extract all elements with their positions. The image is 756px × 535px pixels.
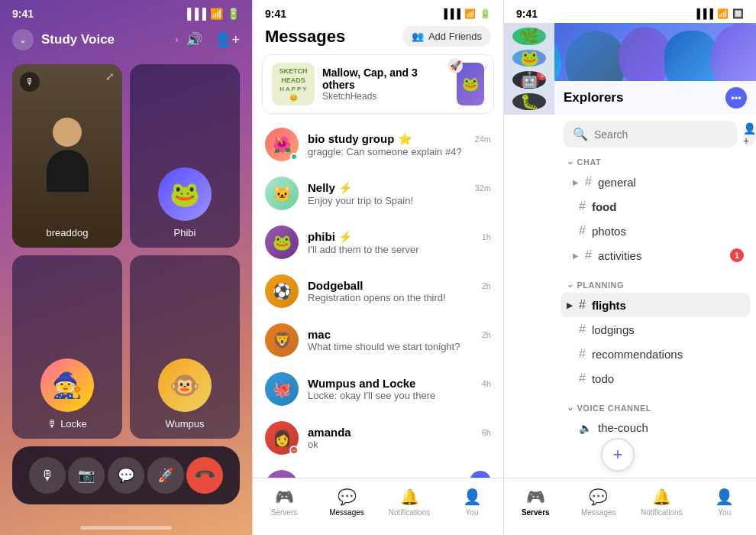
featured-sub: SketchHeads xyxy=(322,91,449,102)
channel-flights[interactable]: ▶ # flights xyxy=(561,293,750,317)
home-indicator xyxy=(0,520,252,535)
search-input[interactable] xyxy=(594,128,728,141)
msg-item-phibi[interactable]: 🐸 phibi ⚡ 1h I'll add them to the server xyxy=(253,218,503,267)
block-icon: − xyxy=(292,448,296,453)
wumpus-action-button[interactable]: 👤+ xyxy=(470,471,491,478)
srv-nav-servers[interactable]: 🎮 Servers xyxy=(504,485,567,520)
phone-icon: 📞 xyxy=(193,463,217,487)
planning-section-header: ⌄ PLANNING xyxy=(554,274,756,293)
worm-emoji: 🐛 xyxy=(520,93,539,111)
channel-name-food: food xyxy=(592,200,616,213)
camera-button[interactable]: 📷 xyxy=(68,457,105,494)
nav-you[interactable]: 👤 You xyxy=(441,485,503,520)
conversation-name: Dodgeball xyxy=(308,279,363,292)
nav-servers[interactable]: 🎮 Servers xyxy=(253,485,315,520)
phibi-avatar: 🐸 xyxy=(265,225,299,259)
msg-status-icons: ▐▐▐ 📶 🔋 xyxy=(441,8,491,19)
msg-item-mac[interactable]: 🦁 mac 2h What time should we start tonig… xyxy=(253,316,503,365)
messages-panel: 9:41 ▐▐▐ 📶 🔋 Messages 👥 Add Friends SKET… xyxy=(252,0,504,535)
msg-time-mac: 2h xyxy=(482,330,491,339)
planning-collapse-icon[interactable]: ⌄ xyxy=(567,280,574,290)
channel-activities[interactable]: ▶ # activities 1 xyxy=(554,243,756,268)
mute-indicator: 🎙 xyxy=(20,72,40,92)
msg-time-nelly: 32m xyxy=(475,183,491,193)
amanda-info: amanda 6h ok xyxy=(308,426,491,450)
voice-status-bar: 9:41 ▐▐▐ 📶 🔋 xyxy=(0,0,252,23)
speaker-icon[interactable]: 🔊 xyxy=(186,31,202,48)
add-user-icon[interactable]: 👤+ xyxy=(215,31,240,48)
rocket-badge: 🚀 xyxy=(447,58,463,73)
srv-nav-notifications[interactable]: 🔔 Notifications xyxy=(630,485,693,520)
server-icon-blue[interactable]: 🐸 xyxy=(512,50,546,67)
end-call-button[interactable]: 📞 xyxy=(186,457,223,494)
name-row: Wumpus and Locke 4h xyxy=(308,377,491,390)
expand-icon: ▶ xyxy=(573,251,579,260)
wumpus-locke-info: Wumpus and Locke 4h Locke: okay I'll see… xyxy=(308,377,491,401)
msg-item-wumpus[interactable]: 🐵 Wumpus 👤+ let's play on saturday! xyxy=(253,462,503,478)
featured-conversation[interactable]: SKETCH HEADS H A P P Y 😊 Mallow, Cap, an… xyxy=(262,54,494,114)
featured-avatar: SKETCH HEADS H A P P Y 😊 xyxy=(272,63,315,105)
server-panel: 9:41 ▐▐▐ 📶 🔲 🌿 🐸 1🤖 🐛 xyxy=(504,0,756,535)
server-banner: 🌿 🐸 1🤖 🐛 Explorers ••• xyxy=(504,23,756,115)
nelly-info: Nelly ⚡ 32m Enjoy your trip to Spain! xyxy=(308,181,491,206)
participant-name-locke: 🎙 Locke xyxy=(47,418,87,430)
channel-name-photos: photos xyxy=(592,225,626,238)
person-plus-icon: 👤+ xyxy=(743,122,756,147)
messages-label: Messages xyxy=(329,508,364,517)
mute-button[interactable]: 🎙 xyxy=(29,457,66,494)
msg-item-nelly[interactable]: 🐱 Nelly ⚡ 32m Enjoy your trip to Spain! xyxy=(253,169,503,218)
msg-item-wumpus-locke[interactable]: 🐙 Wumpus and Locke 4h Locke: okay I'll s… xyxy=(253,365,503,413)
green-server-emoji: 🌿 xyxy=(520,28,539,45)
planning-section-label: PLANNING xyxy=(577,280,624,290)
nav-notifications[interactable]: 🔔 Notifications xyxy=(378,485,441,520)
servers-label: Servers xyxy=(271,508,297,517)
notifications-icon: 🔔 xyxy=(652,488,671,506)
name-row: Wumpus 👤+ xyxy=(308,471,491,478)
add-friends-button[interactable]: 👥 Add Friends xyxy=(402,26,491,47)
voice-time: 9:41 xyxy=(12,8,34,20)
srv-status-icons: ▐▐▐ 📶 🔲 xyxy=(693,8,744,19)
channel-food[interactable]: # food xyxy=(554,194,756,219)
add-channel-button[interactable]: + xyxy=(601,438,635,472)
channel-photos[interactable]: # photos xyxy=(554,219,756,243)
signal-icon: ▐▐▐ xyxy=(183,8,206,20)
add-friend-button[interactable]: 👤+ xyxy=(743,123,756,146)
chat-button[interactable]: 💬 xyxy=(108,457,144,494)
mac-avatar: 🦁 xyxy=(265,323,299,357)
msg-item-bio-study[interactable]: 🌺 bio study group ⭐ 24m graggle: Can som… xyxy=(253,120,503,169)
nav-messages[interactable]: 💬 Messages xyxy=(315,485,378,520)
srv-nav-you[interactable]: 👤 You xyxy=(693,485,757,520)
msg-preview-wl: Locke: okay I'll see you there xyxy=(308,390,491,401)
more-options-button[interactable]: ••• xyxy=(725,87,747,109)
voice-collapse-icon[interactable]: ⌄ xyxy=(567,403,574,413)
msg-item-dodgeball[interactable]: ⚽ Dodgeball 2h Registration opens on the… xyxy=(253,267,503,316)
server-icon-orange[interactable]: 🐛 xyxy=(512,93,546,111)
online-indicator xyxy=(290,153,298,160)
share-button[interactable]: 🚀 xyxy=(147,457,184,494)
channel-todo[interactable]: # todo xyxy=(554,366,756,391)
chat-collapse-icon[interactable]: ⌄ xyxy=(567,157,574,167)
channel-name-the-couch: the-couch xyxy=(598,421,648,434)
msg-item-amanda[interactable]: 👩 − amanda 6h ok xyxy=(253,413,503,462)
msg-time-amanda: 6h xyxy=(482,428,491,437)
name-row: Dodgeball 2h xyxy=(308,279,491,292)
channel-the-couch[interactable]: 🔈 the-couch xyxy=(554,416,756,438)
person-silhouette xyxy=(44,118,90,194)
signal-icon: ▐▐▐ xyxy=(441,8,460,19)
channel-lodgings[interactable]: # lodgings xyxy=(554,317,756,342)
server-icon-green[interactable]: 🌿 xyxy=(512,28,546,45)
msg-preview-nelly: Enjoy your trip to Spain! xyxy=(308,195,491,206)
blocked-indicator: − xyxy=(289,446,299,455)
channel-recommendations[interactable]: # recommendations xyxy=(554,342,756,366)
channel-name-todo: todo xyxy=(592,372,614,385)
msg-preview-phibi: I'll add them to the server xyxy=(308,244,491,255)
channel-name: Study Voice xyxy=(41,32,167,47)
server-icon-red[interactable]: 1🤖 xyxy=(512,71,546,89)
dodgeball-emoji: ⚽ xyxy=(273,282,292,300)
messages-icon: 💬 xyxy=(338,488,357,506)
srv-nav-messages[interactable]: 💬 Messages xyxy=(567,485,631,520)
channel-general[interactable]: ▶ # general xyxy=(554,170,756,194)
search-bar[interactable]: 🔍 xyxy=(564,121,737,148)
blue-server-emoji: 🐸 xyxy=(520,50,539,67)
back-button[interactable]: ⌄ xyxy=(12,29,34,50)
